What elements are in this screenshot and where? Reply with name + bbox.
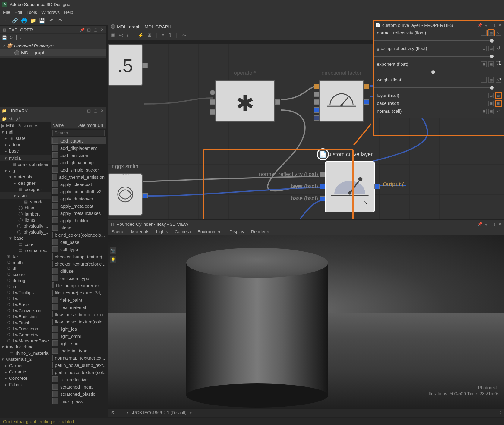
brush-icon[interactable]: 🖌 <box>16 116 20 121</box>
list-item[interactable]: blend <box>51 224 106 231</box>
tree-item[interactable]: ◯physically_... <box>0 223 51 229</box>
list-item[interactable]: retroreflective <box>51 376 106 383</box>
tree-item[interactable]: ▤designer <box>0 186 51 192</box>
view-menu-display[interactable]: Display <box>229 229 244 234</box>
tree-item[interactable]: ▸designer <box>0 180 51 186</box>
tree-item[interactable]: ⎔LwMeasuredBase <box>0 338 51 344</box>
tree-item[interactable]: ▤core <box>0 241 51 247</box>
popout-icon[interactable]: ◱ <box>87 27 91 32</box>
list-item[interactable]: apply_colorfalloff_v2 <box>51 188 106 195</box>
list-item[interactable]: apply_clearcoat <box>51 181 106 188</box>
output-port[interactable] <box>142 63 148 68</box>
tree-item[interactable]: ▸Fabric <box>0 381 51 388</box>
list-item[interactable]: add_emission <box>51 152 106 159</box>
tree-item[interactable]: ▾mdl <box>0 129 51 135</box>
save-icon[interactable]: 💾 <box>39 18 45 24</box>
close-icon[interactable]: ✕ <box>100 108 105 113</box>
list-item[interactable]: material_type <box>51 347 106 354</box>
input-port-layer[interactable] <box>320 184 325 189</box>
graph-item[interactable]: MDL_graph <box>0 49 106 56</box>
eye-icon[interactable]: 👁 <box>9 116 14 121</box>
tree-item[interactable]: ▤standa... <box>0 199 51 205</box>
tree-item[interactable]: ▸Concrete <box>0 375 51 381</box>
fullscreen-icon[interactable]: ⛶ <box>497 410 501 415</box>
list-item[interactable]: checker_texture(color,c... <box>51 260 106 267</box>
col-date[interactable]: Date modi <box>77 123 98 128</box>
list-item[interactable]: checker_bump_texture(... <box>51 253 106 260</box>
flow-icon[interactable]: ⤳ <box>182 33 186 38</box>
view-menu-environment[interactable]: Environment <box>197 229 223 234</box>
expose-icon[interactable]: ⊞ <box>481 77 487 83</box>
link-icon[interactable]: 🔗 <box>12 18 18 24</box>
tree-item[interactable]: ▤core_definitions <box>0 161 51 167</box>
tree-item[interactable]: ▾asm <box>0 192 51 199</box>
link-icon[interactable]: ▦ <box>488 61 494 67</box>
list-item[interactable]: add_globalbump <box>51 159 106 166</box>
maximize-icon[interactable]: ▢ <box>93 108 98 113</box>
tree-item[interactable]: ▣tex <box>0 253 51 259</box>
light-icon[interactable]: 💡 <box>110 256 116 263</box>
tree-item[interactable]: ⎔LwEmission <box>0 313 51 320</box>
tree-item[interactable]: ⎔df <box>0 265 51 271</box>
view-menu-lights[interactable]: Lights <box>156 229 168 234</box>
close-icon[interactable]: ✕ <box>497 23 502 27</box>
input-port[interactable] <box>314 115 319 121</box>
view-menu-scene[interactable]: Scene <box>112 229 124 234</box>
tree-root[interactable]: ▶MDL Resources <box>0 122 51 129</box>
menu-file[interactable]: File <box>3 10 10 15</box>
pin-icon[interactable]: 📌 <box>477 23 482 27</box>
list-item[interactable]: flex_material <box>51 304 106 311</box>
refresh-icon[interactable]: ↻ <box>9 35 13 40</box>
close-icon[interactable]: ✕ <box>497 222 502 226</box>
list-item[interactable]: flake_paint <box>51 296 106 304</box>
pin-icon[interactable]: 📌 <box>477 222 482 226</box>
list-item[interactable]: cell_base <box>51 238 106 246</box>
tree-item[interactable]: ⎔ifm <box>0 283 51 289</box>
tree-item[interactable]: ◯lambert <box>0 211 51 217</box>
tree-item[interactable]: ⎔debug <box>0 277 51 283</box>
graph-tab[interactable]: MDL_graph - MDL GRAPH <box>108 23 174 30</box>
list-item[interactable]: diffuse <box>51 267 106 275</box>
tree-item[interactable]: ▾base <box>0 235 51 241</box>
list-item[interactable]: add_cutout <box>51 137 106 144</box>
document-badge-icon[interactable]: 📄 <box>317 148 329 160</box>
link-icon[interactable]: ▦ <box>488 46 494 51</box>
node-operator[interactable]: operator* ✱ <box>215 80 275 122</box>
tree-item[interactable]: ⎔scene <box>0 271 51 277</box>
output-port[interactable] <box>275 99 280 105</box>
colorspace-label[interactable]: sRGB IEC61966-2.1 (Default) <box>131 410 187 415</box>
bolt-icon[interactable]: ⚡ <box>138 33 144 38</box>
expose-icon[interactable]: ⊞ <box>481 61 487 67</box>
library-search-input[interactable] <box>52 130 105 136</box>
list-item[interactable]: light_ies <box>51 325 106 332</box>
reset-icon[interactable]: ↺ <box>496 109 501 114</box>
tree-item[interactable]: ▾vMaterials_2 <box>0 356 51 362</box>
link-icon[interactable]: ▦ <box>488 77 494 83</box>
list-item[interactable]: scratched_plastic <box>51 390 106 398</box>
menu-tools[interactable]: Tools <box>27 10 37 15</box>
menu-edit[interactable]: Edit <box>14 10 22 15</box>
tree-item[interactable]: ⎔LwGeometry <box>0 332 51 338</box>
monitor-icon[interactable]: 🖵 <box>124 410 128 415</box>
frame-icon[interactable]: ▣ <box>111 33 115 38</box>
maximize-icon[interactable]: ▢ <box>491 222 496 226</box>
tree-item[interactable]: ▸▣state <box>0 135 51 141</box>
tree-item[interactable]: ▸base <box>0 148 51 154</box>
popout-icon[interactable]: ◱ <box>87 108 91 113</box>
target-icon[interactable]: ◎ <box>119 33 123 38</box>
link-icon[interactable]: ▦ <box>496 93 501 98</box>
list-item[interactable]: add_simple_sticker <box>51 166 106 173</box>
undo-icon[interactable]: ↶ <box>48 18 54 24</box>
folder-icon[interactable]: 📁 <box>30 18 36 24</box>
settings-icon[interactable]: ⚙ <box>111 410 115 415</box>
tree-item[interactable]: ▾iray_for_rhino <box>0 344 51 350</box>
view-menu-renderer[interactable]: Renderer <box>251 229 270 234</box>
list-item[interactable]: cell_type <box>51 246 106 253</box>
camera-icon[interactable]: 📷 <box>110 247 116 254</box>
redo-icon[interactable]: ↷ <box>57 18 63 24</box>
tree-item[interactable]: ⎔math <box>0 259 51 265</box>
tree-item[interactable]: ⎔LwBase <box>0 301 51 307</box>
input-port[interactable] <box>314 99 319 105</box>
input-port[interactable] <box>314 107 319 113</box>
list-item[interactable]: file_bump_texture(text... <box>51 282 106 289</box>
